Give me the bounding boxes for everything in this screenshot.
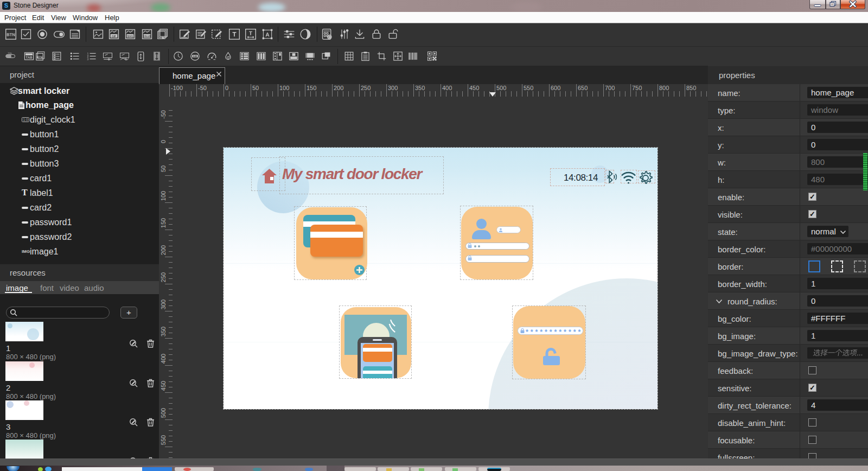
svg-text:1:0: 1:0: [23, 118, 28, 122]
